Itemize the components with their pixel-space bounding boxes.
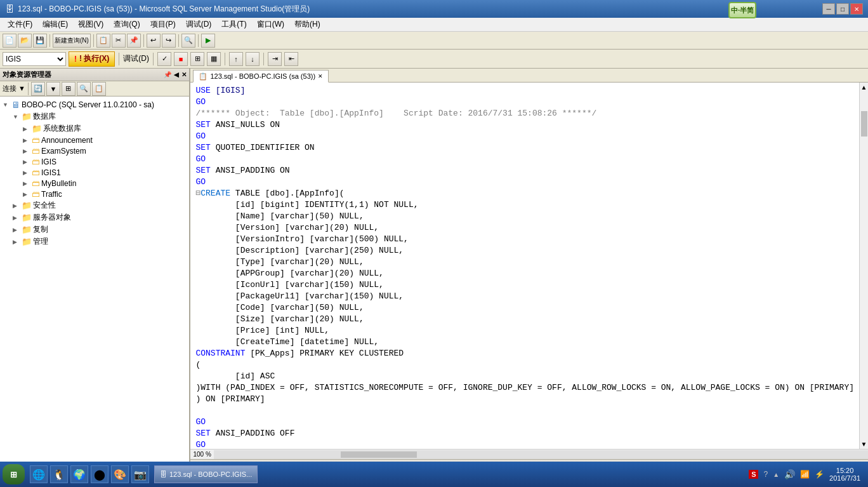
database-selector[interactable]: IGIS: [3, 52, 66, 66]
redo-button[interactable]: ↪: [162, 34, 176, 48]
zoom-level: 100 %: [190, 451, 213, 458]
tree-igis[interactable]: ▶ 🗃 IGIS: [3, 156, 187, 167]
sql-line-13: [Version] [varchar](20) NULL,: [195, 222, 854, 234]
expand-traffic-icon: ▶: [23, 191, 30, 197]
execute-button[interactable]: ! ! 执行(X): [69, 51, 115, 67]
igis-db-icon: 🗃: [32, 157, 40, 166]
results-button[interactable]: ⊞: [190, 52, 204, 66]
outdent-button[interactable]: ⇤: [284, 52, 298, 66]
menu-tools[interactable]: 工具(T): [216, 18, 251, 31]
tree-server[interactable]: ▼ 🖥 BOBO-PC (SQL Server 11.0.2100 - sa): [3, 99, 187, 110]
taskbar-icon-chrome[interactable]: ⬤: [91, 465, 109, 483]
horizontal-scrollbar[interactable]: [214, 450, 868, 459]
tray-network-icon[interactable]: 📶: [800, 470, 810, 479]
oe-btn1[interactable]: ⊞: [62, 82, 76, 96]
menu-view[interactable]: 视图(V): [73, 18, 109, 31]
tree-replication[interactable]: ▶ 📁 复制: [3, 223, 187, 236]
vertical-scrollbar[interactable]: ▲ ▼: [859, 83, 868, 449]
debug-label[interactable]: 调试(D): [123, 53, 149, 64]
tree-mybulletin[interactable]: ▶ 🗃 MyBulletin: [3, 178, 187, 189]
sql-editor[interactable]: USE [IGIS] GO /****** Object: Table [dbo…: [190, 83, 859, 449]
h-scroll-thumb: [341, 451, 417, 458]
menu-edit[interactable]: 编辑(E): [37, 18, 73, 31]
taskbar-icon-app3[interactable]: 🎨: [111, 465, 129, 483]
cut-button[interactable]: ✂: [112, 34, 126, 48]
panel-arrow-icon[interactable]: ◀: [174, 71, 179, 78]
tree-examsystem[interactable]: ▶ 🗃 ExamSystem: [3, 145, 187, 156]
menu-file[interactable]: 文件(F): [3, 18, 37, 31]
tree-security[interactable]: ▶ 📁 安全性: [3, 199, 187, 211]
tree-igis1[interactable]: ▶ 🗃 IGIS1: [3, 167, 187, 178]
new-file-button[interactable]: 📄: [3, 34, 16, 48]
indent-button[interactable]: ⇥: [268, 52, 282, 66]
check-button[interactable]: ✓: [157, 52, 171, 66]
separator-2: [93, 34, 94, 47]
tray-sound-icon[interactable]: 🔊: [784, 469, 795, 479]
sort-desc-button[interactable]: ↓: [246, 52, 260, 66]
oe-btn3[interactable]: 📋: [92, 82, 106, 96]
oe-btn2[interactable]: 🔍: [77, 82, 91, 96]
scroll-down-arrow[interactable]: ▼: [860, 439, 868, 449]
ann-db-icon: 🗃: [32, 135, 40, 145]
start-button[interactable]: ⊞: [3, 464, 25, 484]
tray-power-icon[interactable]: ⚡: [815, 470, 824, 479]
oe-toolbar: 连接 ▼ 🔄 ▼ ⊞ 🔍 📋: [0, 81, 189, 97]
sort-asc-button[interactable]: ↑: [229, 52, 243, 66]
refresh-button[interactable]: 🔄: [31, 82, 45, 96]
window-controls[interactable]: ─ □ ✕: [822, 3, 863, 15]
tab-close-button[interactable]: ✕: [318, 73, 323, 79]
taskbar-icon-ie[interactable]: 🌐: [30, 465, 48, 483]
minimize-button[interactable]: ─: [822, 3, 835, 15]
new-query-button[interactable]: 新建查询(N): [53, 34, 91, 48]
system-clock[interactable]: 15:20 2016/7/31: [829, 467, 860, 482]
search-button[interactable]: 🔍: [181, 34, 195, 48]
clock-time: 15:20: [829, 467, 860, 474]
tree-system-db[interactable]: ▶ 📁 系统数据库: [3, 123, 187, 135]
sql-line-30: GO: [195, 417, 854, 428]
filter-button[interactable]: ▼: [46, 82, 60, 96]
tab-123sql[interactable]: 📋 123.sql - BOBO-PC.IGIS (sa (53)) ✕: [193, 70, 329, 83]
taskbar-app-ssms[interactable]: 🗄 123.sql - BOBO-PC.IGIS...: [154, 465, 258, 483]
folder-icon: 📁: [22, 112, 32, 121]
undo-button[interactable]: ↩: [147, 34, 161, 48]
expand-mgmt-icon: ▶: [13, 239, 20, 245]
panel-close-icon[interactable]: ✕: [181, 71, 187, 78]
tree-databases[interactable]: ▼ 📁 数据库: [3, 110, 187, 123]
panel-controls[interactable]: 📌 ◀ ✕: [164, 71, 187, 78]
taskbar-app-icon: 🗄: [160, 470, 167, 478]
expand-mybulletin-icon: ▶: [23, 180, 30, 187]
maximize-button[interactable]: □: [836, 3, 849, 15]
mybulletin-db-icon: 🗃: [32, 178, 40, 188]
expand-exam-icon: ▶: [23, 148, 30, 154]
save-button[interactable]: 💾: [33, 34, 47, 48]
title-bar: 🗄 123.sql - BOBO-PC.IGIS (sa (53)) - Mic…: [0, 0, 868, 18]
menu-window[interactable]: 窗口(W): [252, 18, 289, 31]
tree-management[interactable]: ▶ 📁 管理: [3, 236, 187, 248]
connect-button[interactable]: 连接 ▼: [3, 84, 25, 93]
tree-server-objects[interactable]: ▶ 📁 服务器对象: [3, 211, 187, 223]
taskbar-icon-app2[interactable]: 🌍: [70, 465, 88, 483]
expand-rep-icon: ▶: [13, 227, 20, 233]
paste-button[interactable]: 📌: [127, 34, 141, 48]
menu-help[interactable]: 帮助(H): [289, 18, 326, 31]
object-explorer-tree[interactable]: ▼ 🖥 BOBO-PC (SQL Server 11.0.2100 - sa) …: [0, 97, 189, 473]
tree-announcement[interactable]: ▶ 🗃 Announcement: [3, 135, 187, 145]
stop-button[interactable]: ■: [174, 52, 188, 66]
scroll-thumb[interactable]: [861, 111, 867, 137]
open-button[interactable]: 📂: [18, 34, 32, 48]
copy-button[interactable]: 📋: [96, 34, 110, 48]
taskbar-icon-app1[interactable]: 🐧: [50, 465, 68, 483]
taskbar-icon-app4[interactable]: 📷: [131, 465, 149, 483]
menu-query[interactable]: 查询(Q): [109, 18, 145, 31]
sql-line-5: GO: [195, 131, 854, 142]
separator-3: [143, 34, 144, 47]
pin-icon[interactable]: 📌: [164, 71, 171, 78]
tree-traffic[interactable]: ▶ 🗃 Traffic: [3, 189, 187, 199]
close-button[interactable]: ✕: [850, 3, 863, 15]
play-button[interactable]: ▶: [201, 34, 215, 48]
menu-debug[interactable]: 调试(D): [181, 18, 217, 31]
scroll-up-arrow[interactable]: ▲: [860, 83, 868, 92]
grid-button[interactable]: ▦: [207, 52, 221, 66]
tray-up-icon[interactable]: ▲: [773, 471, 779, 478]
menu-project[interactable]: 项目(P): [145, 18, 181, 31]
